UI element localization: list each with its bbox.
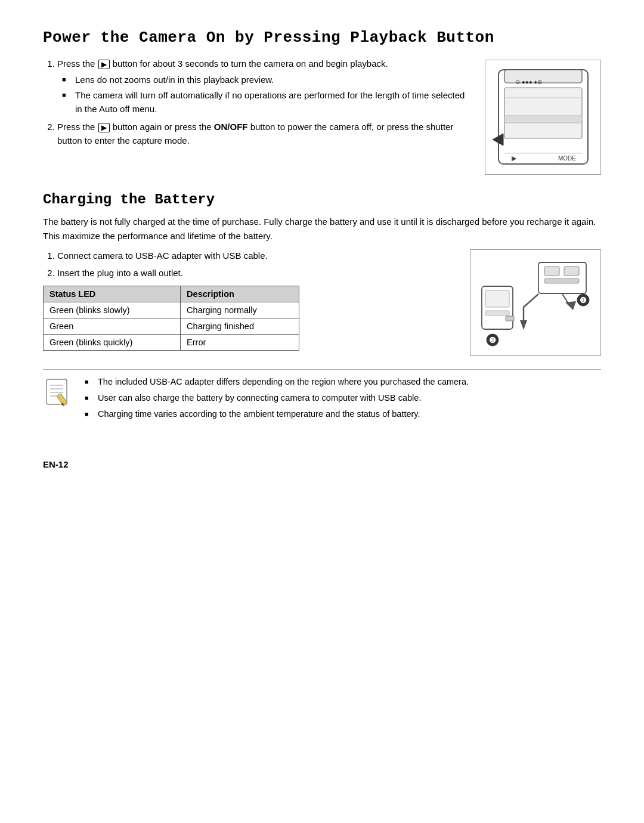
playback-step-1: Press the ▶ button for about 3 seconds t… (57, 57, 468, 116)
svg-marker-18 (520, 320, 527, 330)
notepad-icon (43, 377, 74, 408)
charging-svg: ❶ ❷ (476, 253, 595, 352)
svg-rect-20 (485, 290, 509, 307)
step1-bullets: Lens do not zooms out/in in this playbac… (62, 73, 468, 116)
bullet-autooff: The camera will turn off automatically i… (62, 89, 468, 116)
status-table: Status LED Description Green (blinks slo… (43, 286, 299, 351)
svg-rect-21 (485, 311, 509, 315)
svg-rect-12 (564, 267, 579, 276)
svg-text:❷: ❷ (489, 336, 496, 345)
page-footer: EN-12 (43, 459, 601, 469)
svg-rect-5 (504, 116, 582, 123)
playback-step-2: Press the ▶ button again or press the ON… (57, 120, 468, 147)
camera-svg: ⊖ ●●● ♦⊕ ▶ MODE (493, 65, 594, 169)
svg-rect-11 (544, 267, 559, 276)
description-2: Charging finished (181, 318, 299, 335)
section-playback: Press the ▶ button for about 3 seconds t… (43, 57, 601, 175)
table-row: Green (blinks slowly) Charging normally (44, 302, 299, 318)
charging-body: The battery is not fully charged at the … (43, 215, 601, 243)
svg-text:❶: ❶ (580, 296, 587, 305)
onoff-label: ON/OFF (214, 122, 248, 132)
col-header-status: Status LED (44, 286, 181, 302)
status-led-3: Green (blinks quickly) (44, 335, 181, 351)
svg-line-16 (524, 294, 538, 307)
page-number: EN-12 (43, 459, 601, 469)
note-item-3: Charging time varies according to the am… (85, 408, 601, 421)
page-main-title: Power the Camera On by Pressing Playback… (43, 29, 601, 47)
table-row: Green Charging finished (44, 318, 299, 335)
charging-step-1: Connect camera to USB-AC adapter with US… (57, 249, 453, 263)
charging-content: Connect camera to USB-AC adapter with US… (43, 249, 601, 356)
svg-text:⊖ ●●● ♦⊕: ⊖ ●●● ♦⊕ (515, 79, 542, 85)
status-led-1: Green (blinks slowly) (44, 302, 181, 318)
svg-marker-26 (565, 301, 576, 310)
playback-text: Press the ▶ button for about 3 seconds t… (43, 57, 468, 151)
note-item-2: User can also charge the battery by conn… (85, 392, 601, 405)
note-icon-area (43, 377, 74, 410)
note-section: The included USB-AC adapter differs depe… (43, 369, 601, 423)
playback-button-icon: ▶ (98, 60, 110, 69)
col-header-description: Description (181, 286, 299, 302)
table-row: Green (blinks quickly) Error (44, 335, 299, 351)
table-body: Green (blinks slowly) Charging normally … (44, 302, 299, 351)
svg-rect-13 (544, 279, 579, 283)
camera-diagram: ⊖ ●●● ♦⊕ ▶ MODE (485, 60, 601, 175)
svg-rect-22 (506, 316, 514, 321)
charging-diagram: ❶ ❷ (470, 249, 601, 356)
playback-button-icon-2: ▶ (98, 123, 110, 132)
playback-steps: Press the ▶ button for about 3 seconds t… (57, 57, 468, 147)
table-header-row: Status LED Description (44, 286, 299, 302)
charging-section: Charging the Battery The battery is not … (43, 191, 601, 356)
description-1: Charging normally (181, 302, 299, 318)
notes-list: The included USB-AC adapter differs depe… (85, 376, 601, 420)
bullet-lens: Lens do not zooms out/in in this playbac… (62, 73, 468, 87)
note-item-1: The included USB-AC adapter differs depe… (85, 376, 601, 389)
description-3: Error (181, 335, 299, 351)
note-bullets: The included USB-AC adapter differs depe… (85, 376, 601, 423)
charging-title: Charging the Battery (43, 191, 601, 208)
charging-step-2: Insert the plug into a wall outlet. (57, 267, 453, 280)
svg-rect-2 (504, 88, 582, 138)
charging-left: Connect camera to USB-AC adapter with US… (43, 249, 453, 351)
svg-text:▶: ▶ (512, 154, 517, 162)
svg-text:MODE: MODE (558, 155, 576, 162)
charging-steps: Connect camera to USB-AC adapter with US… (57, 249, 453, 280)
status-led-2: Green (44, 318, 181, 335)
